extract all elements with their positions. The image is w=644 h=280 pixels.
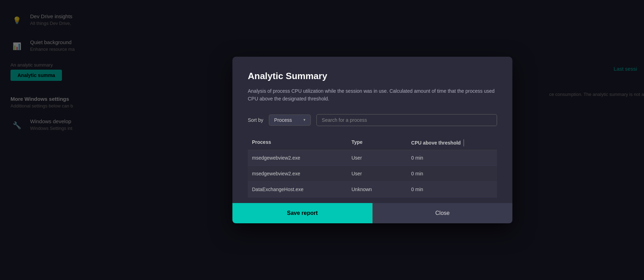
th-cpu-label: CPU above threshold (411, 140, 461, 146)
column-divider (463, 139, 464, 146)
save-report-button[interactable]: Save report (232, 203, 372, 223)
sort-label: Sort by (248, 117, 263, 123)
modal-title: Analytic Summary (248, 71, 497, 82)
process-type: User (351, 171, 411, 176)
modal-footer: Save report Close (232, 203, 512, 223)
sort-dropdown-value: Process (274, 117, 292, 123)
modal-body: Analytic Summary Analysis of process CPU… (232, 57, 512, 197)
controls-row: Sort by Process ▾ (248, 114, 497, 126)
analytic-summary-modal: Analytic Summary Analysis of process CPU… (232, 57, 512, 223)
process-cpu: 0 min (411, 171, 486, 176)
process-name: DataExchangeHost.exe (252, 187, 351, 192)
table-row: msedgewebview2.exe User 0 min (248, 150, 497, 166)
process-table: Process Type CPU above threshold msedgew… (248, 136, 497, 197)
modal-description: Analysis of process CPU utilization whil… (248, 87, 497, 103)
table-row: DataExchangeHost.exe Unknown 0 min (248, 182, 497, 197)
process-cpu: 0 min (411, 155, 486, 161)
th-cpu: CPU above threshold (411, 139, 486, 146)
process-type: User (351, 155, 411, 161)
process-name: msedgewebview2.exe (252, 171, 351, 176)
table-header: Process Type CPU above threshold (248, 136, 497, 150)
process-type: Unknown (351, 187, 411, 192)
search-box (316, 114, 497, 126)
chevron-down-icon: ▾ (303, 118, 306, 122)
search-input[interactable] (316, 114, 497, 126)
table-row: msedgewebview2.exe User 0 min (248, 166, 497, 182)
th-type: Type (351, 139, 411, 146)
close-button[interactable]: Close (372, 203, 513, 223)
th-process: Process (252, 139, 351, 146)
sort-by-dropdown[interactable]: Process ▾ (269, 114, 311, 126)
process-cpu: 0 min (411, 187, 486, 192)
process-name: msedgewebview2.exe (252, 155, 351, 161)
